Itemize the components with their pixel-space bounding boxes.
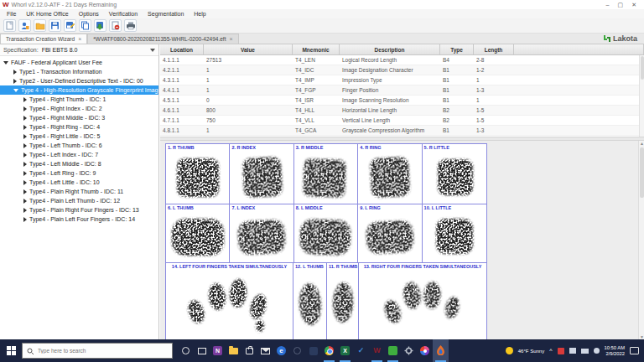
col-location[interactable]: Location bbox=[160, 44, 204, 54]
whorl-app-icon[interactable]: W bbox=[369, 339, 385, 362]
scroll-thumb[interactable] bbox=[641, 56, 644, 80]
minimize-icon[interactable]: – bbox=[606, 0, 610, 9]
tree-item-idc6[interactable]: Type4 - Left Thumb - IDC: 6 bbox=[0, 141, 158, 150]
fp-cell-right-slap[interactable]: 13. RIGHT FOUR FINGERS TAKEN SIMULTANEOU… bbox=[359, 263, 486, 339]
tree-item-idc8[interactable]: Type4 - Left Middle - IDC: 8 bbox=[0, 159, 158, 168]
table-row[interactable]: 4.7.1.1750T4_VLLVertical Line LengthB21-… bbox=[160, 116, 644, 126]
tree-item-idc1[interactable]: Type4 - Right Thumb - IDC: 1 bbox=[0, 95, 158, 104]
tree-item-idc13[interactable]: Type4 - Plain Right Four Fingers - IDC: … bbox=[0, 205, 158, 215]
menu-options[interactable]: Options bbox=[79, 11, 99, 17]
collapse-icon[interactable] bbox=[23, 125, 27, 130]
weather-sun-icon[interactable] bbox=[506, 347, 513, 354]
expand-icon[interactable] bbox=[3, 61, 8, 65]
chrome-icon[interactable] bbox=[321, 339, 337, 362]
fp-cell-r-ring[interactable]: 4. R RING bbox=[358, 144, 422, 204]
maximize-icon[interactable]: ▢ bbox=[618, 0, 624, 9]
tab-transaction-creation-wizard[interactable]: Transaction Creation Wizard × bbox=[0, 34, 87, 44]
collapse-icon[interactable] bbox=[23, 143, 27, 148]
delete-record-button[interactable] bbox=[109, 19, 122, 32]
active-whorl-window-icon[interactable] bbox=[433, 339, 449, 362]
col-value[interactable]: Value bbox=[204, 44, 293, 54]
tab-close-icon[interactable]: × bbox=[229, 36, 232, 42]
tree-item-type2[interactable]: Type2 - User-Defined Descriptive Text - … bbox=[0, 76, 158, 85]
tree-item-idc2[interactable]: Type4 - Right Index - IDC: 2 bbox=[0, 104, 158, 113]
do-not-disturb-icon[interactable] bbox=[289, 339, 305, 362]
menu-uk-home-office[interactable]: UK Home Office bbox=[26, 11, 68, 17]
onedrive-check-icon[interactable]: ✓ bbox=[353, 339, 369, 362]
col-length[interactable]: Length bbox=[474, 44, 514, 54]
fp-cell-plain-r-thumb[interactable]: 11. R THUMB bbox=[327, 263, 359, 339]
table-row[interactable]: 4.1.1.127513T4_LENLogical Record LengthB… bbox=[160, 55, 644, 65]
settings-gear-icon[interactable] bbox=[401, 339, 417, 362]
table-scrollbar[interactable] bbox=[639, 55, 644, 137]
fp-cell-l-index[interactable]: 7. L INDEX bbox=[230, 204, 293, 263]
collapse-icon[interactable] bbox=[23, 116, 27, 121]
edge-icon[interactable]: e bbox=[273, 339, 289, 362]
tree-item-type4-selected[interactable]: Type 4 - High-Resolution Grayscale Finge… bbox=[0, 85, 158, 95]
scroll-up-icon[interactable]: ▲ bbox=[639, 141, 644, 146]
taskbar-search[interactable] bbox=[22, 343, 173, 359]
remote-app-icon[interactable] bbox=[305, 339, 321, 362]
green-app-icon[interactable] bbox=[385, 339, 401, 362]
export-save-button[interactable] bbox=[94, 19, 106, 32]
tab-eft-document[interactable]: *WVATF0800-20220208211355-WHRL-0200-4249… bbox=[87, 34, 238, 44]
fp-cell-l-ring[interactable]: 9. L RING bbox=[358, 204, 422, 263]
fp-cell-r-index[interactable]: 2. R INDEX bbox=[230, 144, 293, 204]
tree-item-idc4[interactable]: Type4 - Right Ring - IDC: 4 bbox=[0, 122, 158, 132]
taskbar-clock[interactable]: 10:50 AM 2/9/2022 bbox=[605, 345, 626, 356]
col-type[interactable]: Type bbox=[440, 44, 474, 54]
collapse-icon[interactable] bbox=[13, 70, 17, 75]
network-icon[interactable] bbox=[581, 349, 589, 354]
tree-item-idc11[interactable]: Type4 - Plain Right Thumb - IDC: 11 bbox=[0, 187, 158, 196]
tree-item-idc3[interactable]: Type4 - Right Middle - IDC: 3 bbox=[0, 113, 158, 122]
open-folder-button[interactable] bbox=[34, 19, 46, 32]
collapse-icon[interactable] bbox=[23, 189, 27, 194]
save-edit-button[interactable] bbox=[64, 19, 76, 32]
menu-help[interactable]: Help bbox=[194, 11, 205, 17]
onenote-icon[interactable]: N bbox=[210, 339, 226, 362]
weather-text[interactable]: 46°F Sunny bbox=[518, 349, 544, 354]
print-button[interactable] bbox=[124, 19, 137, 32]
menu-file[interactable]: File bbox=[7, 11, 16, 17]
tree-item-idc14[interactable]: Type4 - Plain Left Four Fingers - IDC: 1… bbox=[0, 215, 158, 224]
menu-verification[interactable]: Verification bbox=[109, 11, 138, 17]
save-button[interactable] bbox=[49, 19, 61, 32]
scroll-thumb[interactable] bbox=[640, 147, 644, 198]
col-description[interactable]: Description bbox=[340, 44, 440, 54]
file-explorer-icon[interactable] bbox=[226, 339, 242, 362]
fp-cell-r-thumb[interactable]: 1. R THUMB bbox=[166, 144, 230, 204]
fp-cell-plain-l-thumb[interactable]: 12. L THUMB bbox=[293, 263, 327, 339]
hidden-icons-chevron[interactable]: ^ bbox=[549, 348, 552, 354]
volume-icon[interactable] bbox=[594, 348, 600, 354]
open-user-file-button[interactable] bbox=[18, 19, 31, 32]
collapse-icon[interactable] bbox=[23, 97, 27, 102]
collapse-icon[interactable] bbox=[13, 79, 17, 84]
fp-cell-l-little[interactable]: 10. L LITTLE bbox=[423, 204, 486, 263]
tree-item-idc12[interactable]: Type4 - Plain Left Thumb - IDC: 12 bbox=[0, 196, 158, 205]
battery-icon[interactable] bbox=[569, 348, 576, 354]
table-row[interactable]: 4.6.1.1800T4_HLLHorizontal Line LengthB2… bbox=[160, 106, 644, 116]
copy-button[interactable] bbox=[79, 19, 91, 32]
cortana-icon[interactable] bbox=[178, 339, 194, 362]
collapse-icon[interactable] bbox=[23, 162, 27, 167]
color-wheel-icon[interactable] bbox=[417, 339, 433, 362]
collapse-icon[interactable] bbox=[23, 199, 27, 204]
tree-item-idc5[interactable]: Type4 - Right Little - IDC: 5 bbox=[0, 132, 158, 141]
tree-item-root[interactable]: FAUF - Federal Applicant User Fee bbox=[0, 58, 158, 67]
table-row[interactable]: 4.2.1.11T4_IDCImage Designation Characte… bbox=[160, 65, 644, 75]
image-panel-scrollbar[interactable]: ▲ ▼ bbox=[638, 141, 644, 339]
notification-badge-icon[interactable] bbox=[558, 348, 564, 354]
tab-close-icon[interactable]: × bbox=[78, 36, 81, 42]
task-view-icon[interactable] bbox=[194, 339, 210, 362]
collapse-icon[interactable] bbox=[23, 180, 27, 185]
tree-item-type1[interactable]: Type1 - Transaction Information bbox=[0, 67, 158, 76]
table-row[interactable]: 4.5.1.10T4_ISRImage Scanning ResolutionB… bbox=[160, 96, 644, 106]
col-mnemonic[interactable]: Mnemonic bbox=[293, 44, 340, 54]
table-row[interactable]: 4.4.1.11T4_FGPFinger PositionB11-3 bbox=[160, 85, 644, 96]
fp-cell-l-thumb[interactable]: 6. L THUMB bbox=[166, 204, 230, 263]
collapse-icon[interactable] bbox=[23, 134, 27, 139]
tree-item-idc10[interactable]: Type4 - Left Little - IDC: 10 bbox=[0, 178, 158, 187]
new-file-button[interactable] bbox=[3, 19, 16, 32]
start-button[interactable] bbox=[0, 339, 22, 362]
store-icon[interactable] bbox=[242, 339, 257, 362]
